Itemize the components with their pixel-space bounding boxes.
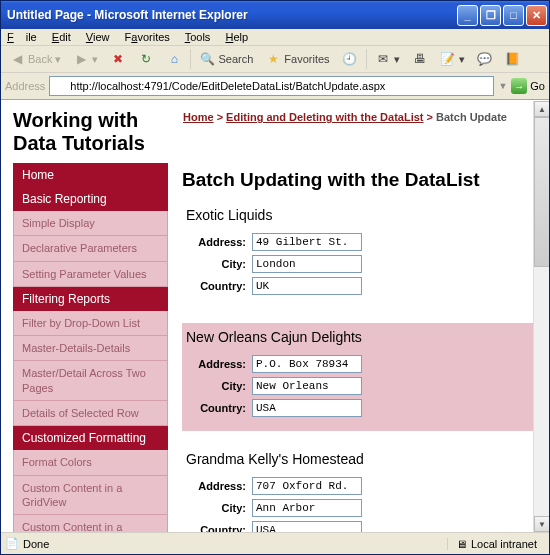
menu-favorites[interactable]: Favorites	[125, 31, 170, 43]
page-title: Batch Updating with the DataList	[182, 169, 537, 191]
minimize-button[interactable]: _	[457, 5, 478, 26]
vertical-scrollbar[interactable]: ▲ ▼	[533, 101, 549, 532]
nav-item[interactable]: Filter by Drop-Down List	[13, 311, 168, 336]
breadcrumb: Home > Editing and Deleting with the Dat…	[183, 107, 537, 157]
breadcrumb-home[interactable]: Home	[183, 111, 214, 123]
back-icon: ◀	[9, 51, 25, 67]
supplier-block: Exotic LiquidsAddress:City:Country:	[182, 201, 537, 309]
toolbar-separator	[190, 49, 191, 69]
menu-tools[interactable]: Tools	[185, 31, 211, 43]
menu-view[interactable]: View	[86, 31, 110, 43]
stop-button[interactable]: ✖	[106, 49, 130, 69]
city-input[interactable]	[252, 377, 362, 395]
country-input[interactable]	[252, 399, 362, 417]
forward-button[interactable]: ▶▾	[69, 49, 102, 69]
breadcrumb-section[interactable]: Editing and Deleting with the DataList	[226, 111, 423, 123]
address-input[interactable]	[252, 233, 362, 251]
nav-item[interactable]: Declarative Parameters	[13, 236, 168, 261]
edit-button[interactable]: 📝▾	[436, 49, 469, 69]
close-button[interactable]: ✕	[526, 5, 547, 26]
supplier-name: New Orleans Cajun Delights	[186, 329, 533, 345]
form-row: Country:	[186, 399, 533, 417]
print-icon: 🖶	[412, 51, 428, 67]
country-label: Country:	[186, 524, 252, 532]
address-label: Address:	[186, 480, 252, 492]
supplier-block: New Orleans Cajun DelightsAddress:City:C…	[182, 323, 537, 431]
search-button[interactable]: 🔍Search	[195, 49, 257, 69]
nav-header[interactable]: Filtering Reports	[13, 287, 168, 311]
status-bar: 📄 Done 🖥 Local intranet	[1, 532, 549, 554]
country-input[interactable]	[252, 521, 362, 532]
menu-edit[interactable]: Edit	[52, 31, 71, 43]
search-icon: 🔍	[199, 51, 215, 67]
form-row: City:	[186, 377, 533, 395]
address-input[interactable]	[252, 355, 362, 373]
favorites-button[interactable]: ★Favorites	[261, 49, 333, 69]
form-row: City:	[186, 499, 533, 517]
country-label: Country:	[186, 402, 252, 414]
window-titlebar: Untitled Page - Microsoft Internet Explo…	[1, 1, 549, 29]
window-title: Untitled Page - Microsoft Internet Explo…	[7, 8, 455, 22]
scroll-down-icon[interactable]: ▼	[534, 516, 549, 532]
form-row: Address:	[186, 477, 533, 495]
toolbar: ◀Back ▾ ▶▾ ✖ ↻ ⌂ 🔍Search ★Favorites 🕘 ✉▾…	[1, 46, 549, 73]
nav-header[interactable]: Customized Formatting	[13, 426, 168, 450]
mail-button[interactable]: ✉▾	[371, 49, 404, 69]
nav-item[interactable]: Setting Parameter Values	[13, 262, 168, 287]
discuss-button[interactable]: 💬	[473, 49, 497, 69]
nav-item[interactable]: Simple Display	[13, 211, 168, 236]
city-input[interactable]	[252, 255, 362, 273]
home-button[interactable]: ⌂	[162, 49, 186, 69]
history-button[interactable]: 🕘	[338, 49, 362, 69]
menu-bar: File Edit View Favorites Tools Help	[1, 29, 549, 46]
sidebar-nav: HomeBasic ReportingSimple DisplayDeclara…	[13, 163, 168, 532]
nav-header[interactable]: Home	[13, 163, 168, 187]
supplier-name: Grandma Kelly's Homestead	[186, 451, 533, 467]
city-input[interactable]	[252, 499, 362, 517]
done-icon: 📄	[5, 537, 19, 550]
restore-button[interactable]: ❐	[480, 5, 501, 26]
star-icon: ★	[265, 51, 281, 67]
form-row: Country:	[186, 521, 533, 532]
go-icon: →	[511, 78, 527, 94]
toolbar-separator	[366, 49, 367, 69]
form-row: City:	[186, 255, 533, 273]
forward-icon: ▶	[73, 51, 89, 67]
go-button[interactable]: →Go	[511, 78, 545, 94]
supplier-block: Grandma Kelly's HomesteadAddress:City:Co…	[182, 445, 537, 532]
maximize-button[interactable]: □	[503, 5, 524, 26]
form-row: Address:	[186, 233, 533, 251]
research-button[interactable]: 📙	[501, 49, 525, 69]
main-content: Batch Updating with the DataList Exotic …	[182, 163, 537, 532]
site-title: Working with Data Tutorials	[13, 109, 183, 155]
address-label: Address:	[186, 236, 252, 248]
refresh-button[interactable]: ↻	[134, 49, 158, 69]
address-bar: Address ▼ →Go	[1, 73, 549, 100]
status-text: Done	[23, 538, 49, 550]
nav-item[interactable]: Custom Content in a DetailsView	[13, 515, 168, 532]
form-row: Address:	[186, 355, 533, 373]
breadcrumb-current: Batch Update	[436, 111, 507, 123]
content-area: Working with Data Tutorials Home > Editi…	[1, 100, 549, 532]
scroll-thumb[interactable]	[534, 117, 549, 267]
country-input[interactable]	[252, 277, 362, 295]
nav-item[interactable]: Format Colors	[13, 450, 168, 475]
nav-item[interactable]: Master/Detail Across Two Pages	[13, 361, 168, 401]
nav-item[interactable]: Custom Content in a GridView	[13, 476, 168, 516]
scroll-up-icon[interactable]: ▲	[534, 101, 549, 117]
address-dropdown-icon[interactable]: ▼	[498, 81, 507, 91]
stop-icon: ✖	[110, 51, 126, 67]
address-input[interactable]	[49, 76, 494, 96]
history-icon: 🕘	[342, 51, 358, 67]
address-input[interactable]	[252, 477, 362, 495]
country-label: Country:	[186, 280, 252, 292]
menu-help[interactable]: Help	[225, 31, 248, 43]
print-button[interactable]: 🖶	[408, 49, 432, 69]
home-icon: ⌂	[166, 51, 182, 67]
menu-file[interactable]: File	[7, 31, 37, 43]
nav-item[interactable]: Master-Details-Details	[13, 336, 168, 361]
nav-header[interactable]: Basic Reporting	[13, 187, 168, 211]
security-zone: 🖥 Local intranet	[447, 538, 545, 550]
nav-item[interactable]: Details of Selected Row	[13, 401, 168, 426]
back-button[interactable]: ◀Back ▾	[5, 49, 65, 69]
